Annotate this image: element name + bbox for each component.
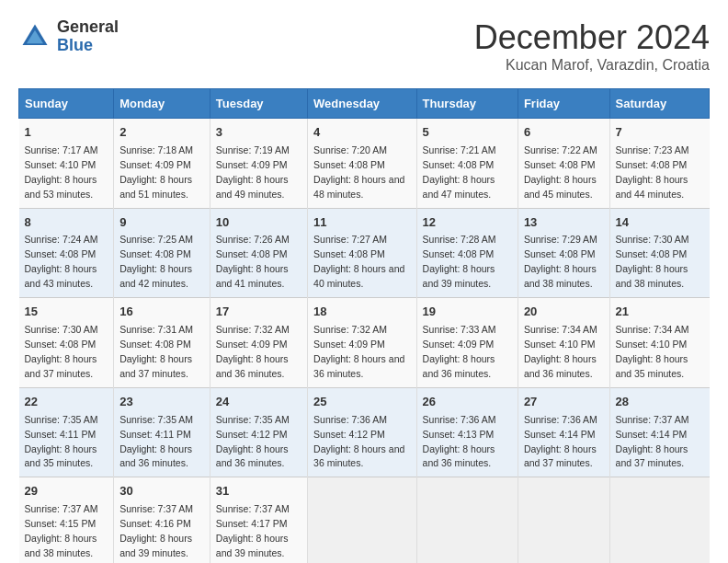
sunrise-text: Sunrise: 7:26 AM — [216, 234, 290, 245]
day-number: 30 — [119, 483, 204, 500]
calendar-cell: 9 Sunrise: 7:25 AM Sunset: 4:08 PM Dayli… — [114, 208, 210, 298]
daylight-text: Daylight: 8 hours and 40 minutes. — [313, 263, 404, 289]
sunset-text: Sunset: 4:09 PM — [423, 339, 495, 350]
calendar-cell: 15 Sunrise: 7:30 AM Sunset: 4:08 PM Dayl… — [19, 298, 114, 388]
sunset-text: Sunset: 4:10 PM — [616, 339, 688, 350]
calendar-cell: 12 Sunrise: 7:28 AM Sunset: 4:08 PM Dayl… — [416, 208, 518, 298]
logo: General Blue — [18, 18, 119, 55]
daylight-text: Daylight: 8 hours and 37 minutes. — [119, 353, 192, 379]
daylight-text: Daylight: 8 hours and 35 minutes. — [616, 353, 688, 379]
day-number: 15 — [25, 304, 108, 321]
day-number: 25 — [313, 394, 410, 411]
sunrise-text: Sunrise: 7:37 AM — [216, 503, 290, 514]
sunrise-text: Sunrise: 7:37 AM — [616, 414, 689, 425]
calendar-cell: 13 Sunrise: 7:29 AM Sunset: 4:08 PM Dayl… — [518, 208, 609, 298]
sunset-text: Sunset: 4:08 PM — [313, 248, 385, 259]
daylight-text: Daylight: 8 hours and 47 minutes. — [423, 174, 495, 200]
calendar-cell: 31 Sunrise: 7:37 AM Sunset: 4:17 PM Dayl… — [210, 477, 307, 563]
calendar-cell — [416, 477, 518, 563]
sunrise-text: Sunrise: 7:32 AM — [216, 324, 290, 335]
day-number: 22 — [25, 394, 108, 411]
sunrise-text: Sunrise: 7:37 AM — [25, 503, 98, 514]
sunrise-text: Sunrise: 7:32 AM — [313, 324, 387, 335]
sunset-text: Sunset: 4:08 PM — [119, 248, 191, 259]
sunrise-text: Sunrise: 7:36 AM — [423, 414, 496, 425]
sunset-text: Sunset: 4:11 PM — [119, 429, 191, 440]
sunrise-text: Sunrise: 7:30 AM — [25, 324, 98, 335]
sunset-text: Sunset: 4:13 PM — [423, 429, 495, 440]
calendar-week-row: 29 Sunrise: 7:37 AM Sunset: 4:15 PM Dayl… — [19, 477, 710, 563]
daylight-text: Daylight: 8 hours and 45 minutes. — [524, 174, 597, 200]
sunset-text: Sunset: 4:09 PM — [216, 339, 288, 350]
calendar-cell: 18 Sunrise: 7:32 AM Sunset: 4:09 PM Dayl… — [308, 298, 416, 388]
col-thursday: Thursday — [416, 89, 518, 119]
day-number: 31 — [216, 483, 301, 500]
sunset-text: Sunset: 4:14 PM — [524, 429, 596, 440]
calendar-cell: 4 Sunrise: 7:20 AM Sunset: 4:08 PM Dayli… — [308, 119, 416, 209]
sunset-text: Sunset: 4:10 PM — [25, 159, 97, 170]
calendar-cell: 25 Sunrise: 7:36 AM Sunset: 4:12 PM Dayl… — [308, 387, 416, 477]
calendar-week-row: 8 Sunrise: 7:24 AM Sunset: 4:08 PM Dayli… — [19, 208, 710, 298]
sunrise-text: Sunrise: 7:23 AM — [616, 144, 689, 155]
sunset-text: Sunset: 4:08 PM — [119, 339, 191, 350]
day-number: 19 — [423, 304, 512, 321]
sunrise-text: Sunrise: 7:30 AM — [616, 234, 689, 245]
daylight-text: Daylight: 8 hours and 49 minutes. — [216, 174, 289, 200]
sunset-text: Sunset: 4:08 PM — [616, 248, 688, 259]
sunset-text: Sunset: 4:11 PM — [25, 429, 97, 440]
day-number: 1 — [25, 124, 108, 142]
calendar-cell: 6 Sunrise: 7:22 AM Sunset: 4:08 PM Dayli… — [518, 119, 609, 209]
calendar-cell: 5 Sunrise: 7:21 AM Sunset: 4:08 PM Dayli… — [416, 119, 518, 209]
sunrise-text: Sunrise: 7:29 AM — [524, 234, 597, 245]
daylight-text: Daylight: 8 hours and 36 minutes. — [119, 443, 192, 469]
sunrise-text: Sunrise: 7:22 AM — [524, 144, 597, 155]
day-number: 5 — [423, 124, 512, 142]
sunset-text: Sunset: 4:08 PM — [423, 248, 495, 259]
sunrise-text: Sunrise: 7:21 AM — [423, 144, 496, 155]
daylight-text: Daylight: 8 hours and 38 minutes. — [25, 533, 97, 558]
sunrise-text: Sunrise: 7:31 AM — [119, 324, 193, 335]
daylight-text: Daylight: 8 hours and 39 minutes. — [423, 263, 495, 289]
daylight-text: Daylight: 8 hours and 36 minutes. — [216, 443, 289, 469]
day-number: 18 — [313, 304, 410, 321]
daylight-text: Daylight: 8 hours and 48 minutes. — [313, 174, 404, 200]
day-number: 24 — [216, 394, 301, 411]
sunset-text: Sunset: 4:08 PM — [216, 248, 288, 259]
calendar-cell — [609, 477, 709, 563]
sunrise-text: Sunrise: 7:17 AM — [25, 144, 98, 155]
day-number: 3 — [216, 124, 301, 142]
calendar-week-row: 22 Sunrise: 7:35 AM Sunset: 4:11 PM Dayl… — [19, 387, 710, 477]
sunrise-text: Sunrise: 7:34 AM — [524, 324, 597, 335]
daylight-text: Daylight: 8 hours and 37 minutes. — [524, 443, 597, 469]
daylight-text: Daylight: 8 hours and 36 minutes. — [216, 353, 289, 379]
calendar-cell: 20 Sunrise: 7:34 AM Sunset: 4:10 PM Dayl… — [518, 298, 609, 388]
calendar-cell: 21 Sunrise: 7:34 AM Sunset: 4:10 PM Dayl… — [609, 298, 709, 388]
calendar-cell: 22 Sunrise: 7:35 AM Sunset: 4:11 PM Dayl… — [19, 387, 114, 477]
daylight-text: Daylight: 8 hours and 36 minutes. — [423, 353, 495, 379]
col-sunday: Sunday — [19, 89, 114, 119]
col-friday: Friday — [518, 89, 609, 119]
sunset-text: Sunset: 4:09 PM — [119, 159, 191, 170]
day-number: 14 — [616, 214, 704, 232]
daylight-text: Daylight: 8 hours and 36 minutes. — [524, 353, 597, 379]
sunset-text: Sunset: 4:15 PM — [25, 518, 97, 529]
col-saturday: Saturday — [609, 89, 709, 119]
sunrise-text: Sunrise: 7:24 AM — [25, 234, 98, 245]
sunset-text: Sunset: 4:12 PM — [313, 429, 385, 440]
calendar-cell: 2 Sunrise: 7:18 AM Sunset: 4:09 PM Dayli… — [114, 119, 210, 209]
sunset-text: Sunset: 4:09 PM — [313, 339, 385, 350]
calendar-cell — [518, 477, 609, 563]
daylight-text: Daylight: 8 hours and 41 minutes. — [216, 263, 289, 289]
calendar-cell: 24 Sunrise: 7:35 AM Sunset: 4:12 PM Dayl… — [210, 387, 307, 477]
daylight-text: Daylight: 8 hours and 39 minutes. — [119, 533, 192, 558]
sunset-text: Sunset: 4:08 PM — [25, 339, 97, 350]
day-number: 12 — [423, 214, 512, 232]
sunset-text: Sunset: 4:08 PM — [313, 159, 385, 170]
day-number: 8 — [25, 214, 108, 232]
daylight-text: Daylight: 8 hours and 43 minutes. — [25, 263, 97, 289]
sunset-text: Sunset: 4:10 PM — [524, 339, 596, 350]
day-number: 6 — [524, 124, 604, 142]
calendar-cell: 11 Sunrise: 7:27 AM Sunset: 4:08 PM Dayl… — [308, 208, 416, 298]
sunset-text: Sunset: 4:08 PM — [524, 159, 596, 170]
calendar-cell: 27 Sunrise: 7:36 AM Sunset: 4:14 PM Dayl… — [518, 387, 609, 477]
